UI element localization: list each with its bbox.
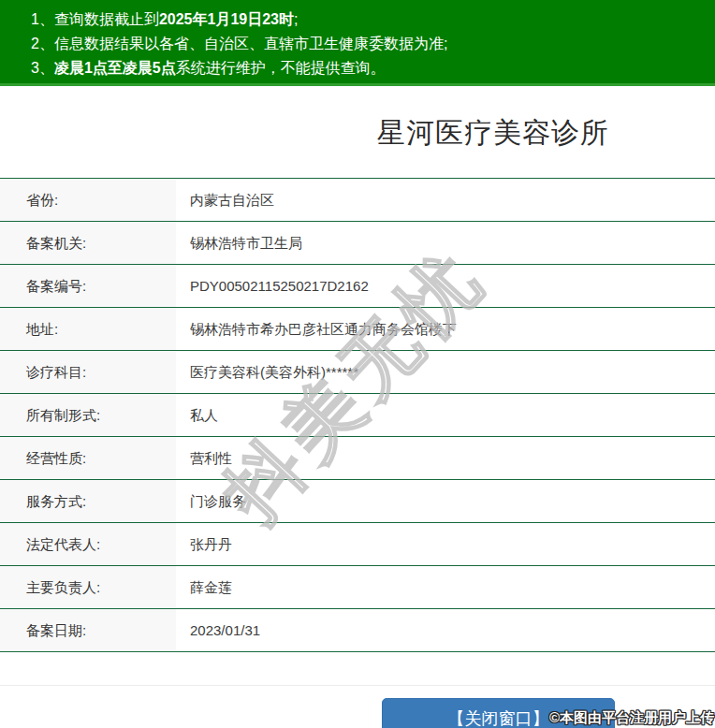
table-row-ownership: 所有制形式: 私人 — [0, 394, 715, 437]
notice-3-post: 系统进行维护，不能提供查询。 — [176, 60, 386, 76]
row-value: 门诊服务 — [176, 480, 715, 522]
notice-3-bold: 凌晨1点至凌晨5点 — [54, 60, 176, 76]
notice-banner: 1、查询数据截止到2025年1月19日23时; 2、信息数据结果以各省、自治区、… — [0, 0, 715, 86]
row-value: 锡林浩特市卫生局 — [176, 222, 715, 264]
notice-line-3: 3、凌晨1点至凌晨5点系统进行维护，不能提供查询。 — [31, 56, 706, 80]
table-row-principal: 主要负责人: 薛金莲 — [0, 566, 715, 609]
row-label: 省份: — [0, 179, 176, 221]
table-row-address: 地址: 锡林浩特市希办巴彦社区通力商务会馆楼下 — [0, 308, 715, 351]
notice-line-1: 1、查询数据截止到2025年1月19日23时; — [31, 7, 706, 32]
table-row-departments: 诊疗科目: 医疗美容科(美容外科)****** — [0, 351, 715, 394]
row-label: 法定代表人: — [0, 523, 176, 565]
row-value: 锡林浩特市希办巴彦社区通力商务会馆楼下 — [176, 308, 715, 350]
table-row-legal-representative: 法定代表人: 张丹丹 — [0, 523, 715, 566]
clinic-title: 星河医疗美容诊所 — [271, 114, 715, 153]
row-value: 2023/01/31 — [176, 609, 715, 651]
row-value: 营利性 — [176, 437, 715, 479]
row-label: 所有制形式: — [0, 394, 176, 436]
row-label: 经营性质: — [0, 437, 176, 479]
notice-1-bold: 2025年1月19日23时 — [159, 11, 294, 27]
platform-upload-watermark: ©本图由平台注册用户上传 — [549, 709, 714, 727]
table-row-province: 省份: 内蒙古自治区 — [0, 179, 715, 222]
row-label: 备案机关: — [0, 222, 176, 264]
table-row-business-nature: 经营性质: 营利性 — [0, 437, 715, 480]
notice-1-text: 1、查询数据截止到 — [31, 11, 159, 27]
notice-line-2: 2、信息数据结果以各省、自治区、直辖市卫生健康委数据为准; — [31, 32, 706, 56]
row-label: 诊疗科目: — [0, 351, 176, 393]
notice-2-text: 2、信息数据结果以各省、自治区、直辖市卫生健康委数据为准; — [31, 36, 447, 51]
table-row-record-agency: 备案机关: 锡林浩特市卫生局 — [0, 222, 715, 265]
notice-1-post: ; — [294, 11, 298, 27]
table-row-service-mode: 服务方式: 门诊服务 — [0, 480, 715, 523]
row-value: 私人 — [176, 394, 715, 436]
row-value: 薛金莲 — [176, 566, 715, 608]
row-value: 张丹丹 — [176, 523, 715, 565]
table-row-record-date: 备案日期: 2023/01/31 — [0, 609, 715, 652]
row-label: 地址: — [0, 308, 176, 350]
row-label: 主要负责人: — [0, 566, 176, 608]
row-value: PDY00502115250217D2162 — [176, 265, 715, 307]
row-value: 内蒙古自治区 — [176, 179, 715, 221]
row-label: 服务方式: — [0, 480, 176, 522]
row-value: 医疗美容科(美容外科)****** — [176, 351, 715, 393]
table-row-record-number: 备案编号: PDY00502115250217D2162 — [0, 265, 715, 308]
notice-3-text: 3、 — [31, 60, 54, 76]
row-label: 备案日期: — [0, 609, 176, 651]
record-table: 省份: 内蒙古自治区 备案机关: 锡林浩特市卫生局 备案编号: PDY00502… — [0, 178, 715, 652]
row-label: 备案编号: — [0, 265, 176, 307]
bottom-divider — [0, 685, 715, 686]
